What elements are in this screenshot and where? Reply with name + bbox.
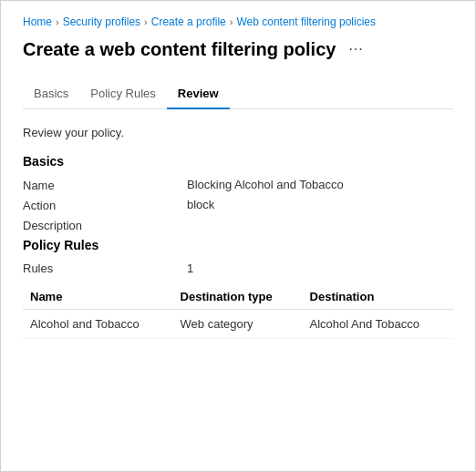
page-title-row: Create a web content filtering policy ··… bbox=[23, 37, 453, 61]
field-name-label: Name bbox=[23, 178, 187, 192]
field-description: Description bbox=[23, 218, 453, 232]
breadcrumb-home[interactable]: Home bbox=[23, 15, 52, 28]
basics-heading: Basics bbox=[23, 154, 453, 169]
table-row: Alcohol and Tobacco Web category Alcohol… bbox=[23, 310, 453, 339]
more-options-button[interactable]: ··· bbox=[343, 39, 368, 59]
policy-rules-heading: Policy Rules bbox=[23, 238, 453, 252]
page-title: Create a web content filtering policy bbox=[23, 37, 336, 61]
row-destination-type: Web category bbox=[173, 310, 303, 339]
rules-count-row: Rules 1 bbox=[23, 262, 453, 275]
row-destination: Alcohol And Tobacco bbox=[303, 310, 453, 339]
breadcrumb-security-profiles[interactable]: Security profiles bbox=[63, 15, 140, 28]
field-name-value: Blocking Alcohol and Tobacco bbox=[187, 178, 453, 191]
breadcrumb-web-content[interactable]: Web content filtering policies bbox=[236, 15, 376, 28]
page-container: Home › Security profiles › Create a prof… bbox=[0, 0, 476, 472]
tab-basics[interactable]: Basics bbox=[23, 79, 79, 109]
field-description-label: Description bbox=[23, 218, 187, 232]
row-name: Alcohol and Tobacco bbox=[23, 310, 173, 339]
breadcrumb-separator-3: › bbox=[230, 16, 233, 27]
field-action: Action block bbox=[23, 198, 453, 212]
field-action-value: block bbox=[187, 198, 453, 211]
breadcrumb-separator-1: › bbox=[56, 16, 59, 27]
rules-table: Name Destination type Destination Alcoho… bbox=[23, 284, 453, 339]
rules-count-label: Rules bbox=[23, 262, 187, 275]
tab-policy-rules[interactable]: Policy Rules bbox=[79, 79, 167, 109]
col-name: Name bbox=[23, 284, 173, 310]
breadcrumb-create-profile[interactable]: Create a profile bbox=[151, 15, 226, 28]
review-content: Review your policy. Basics Name Blocking… bbox=[23, 126, 453, 339]
breadcrumb-separator-2: › bbox=[144, 16, 148, 27]
field-name: Name Blocking Alcohol and Tobacco bbox=[23, 178, 453, 192]
rules-count-value: 1 bbox=[187, 262, 193, 275]
policy-rules-section: Policy Rules Rules 1 Name Destination ty… bbox=[23, 238, 453, 339]
col-destination: Destination bbox=[303, 284, 453, 310]
review-intro: Review your policy. bbox=[23, 126, 453, 139]
basics-section: Basics Name Blocking Alcohol and Tobacco… bbox=[23, 154, 453, 232]
breadcrumb: Home › Security profiles › Create a prof… bbox=[23, 15, 453, 28]
tab-review[interactable]: Review bbox=[167, 79, 230, 109]
col-destination-type: Destination type bbox=[173, 284, 303, 310]
field-action-label: Action bbox=[23, 198, 187, 212]
tab-bar: Basics Policy Rules Review bbox=[23, 79, 453, 109]
